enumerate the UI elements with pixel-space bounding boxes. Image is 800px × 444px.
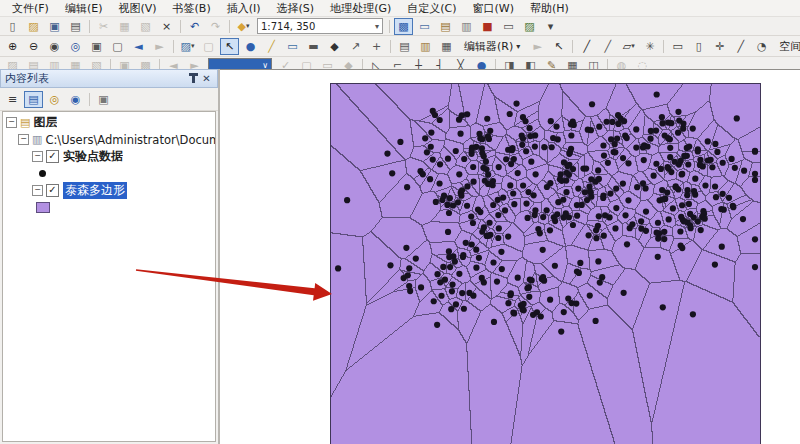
menu-customize[interactable]: 自定义(C) [399,0,464,17]
fixed-zoom-out-tool[interactable]: ▢ [108,38,127,55]
edit-sketch-tool: ► [528,38,547,55]
move-tool[interactable]: ✛ [710,38,729,55]
hyperlink-tool[interactable]: ╱ [262,38,281,55]
toolbar-separator [390,40,391,53]
zoom-out-tool[interactable]: ⊖ [24,38,43,55]
chevron-down-icon: ▾ [631,39,635,54]
modelbuilder-button[interactable]: ▨ [520,18,539,35]
collapse-icon[interactable]: − [32,151,43,162]
undo-button[interactable]: ↶ [185,18,204,35]
pan-tool[interactable]: ◉ [45,38,64,55]
python-window-button[interactable]: ▭ [499,18,518,35]
list-by-drawing-order-button[interactable]: ≡ [3,91,22,108]
menu-bookmarks[interactable]: 书签(B) [165,0,219,17]
split-tool[interactable]: ▭ [668,38,687,55]
find-tool[interactable]: ◆ [325,38,344,55]
menu-view[interactable]: 视图(V) [110,0,164,17]
trim-tool[interactable]: ▯ [689,38,708,55]
html-popup-tool[interactable]: ▭ [283,38,302,55]
spatial-adjustment-label: 空间校正(J) [779,39,800,54]
arcmap-window: 文件(F)编辑(E)视图(V)书签(B)插入(I)选择(S)地理处理(G)自定义… [0,0,800,444]
visibility-checkbox[interactable]: ✓ [46,184,59,197]
tree-item-layers[interactable]: − ▤ 图层 [3,114,215,131]
delete-button[interactable]: × [157,18,176,35]
menu-geoprocessing[interactable]: 地理处理(G) [322,0,399,17]
editor-menu-button[interactable]: 编辑器(R) ▾ [459,37,525,55]
menu-windows[interactable]: 窗口(W) [465,0,522,17]
catalog-dock-button[interactable]: ▥ [416,38,435,55]
toc-panel-title: 内容列表 [5,71,187,86]
visibility-checkbox[interactable]: ✓ [46,150,59,163]
open-document-button[interactable]: ▨ [24,18,43,35]
close-icon[interactable]: ✕ [200,72,213,85]
menu-insert[interactable]: 插入(I) [219,0,269,17]
toc-toolbar: ≡▤◎◉▣ [0,88,218,111]
toc-dock-button[interactable]: ▤ [395,38,414,55]
print-button[interactable]: ▤ [66,18,85,35]
catalog-window-button[interactable]: ▤ [436,18,455,35]
arctoolbox-button[interactable]: ■ [478,18,497,35]
main-area: 内容列表 ✕ ≡▤◎◉▣ − ▤ 图层 − ▥ C:\Users\Adminis… [0,69,800,444]
toolbar-separator [89,20,90,33]
menu-edit[interactable]: 编辑(E) [57,0,111,17]
toolbar-separator [572,40,573,53]
go-to-xy-tool[interactable]: + [367,38,386,55]
point-symbol[interactable] [39,170,46,177]
clear-selection-button: ▢ [199,38,218,55]
select-elements-tool[interactable]: ↖ [220,38,239,55]
save-button[interactable]: ▣ [45,18,64,35]
editor-toolbar-toggle[interactable]: ▩ [394,18,413,35]
toolbar-separator [173,40,174,53]
cut-polygon-tool[interactable]: ╱ [731,38,750,55]
find-route-tool[interactable]: ↗ [346,38,365,55]
fixed-zoom-in-tool[interactable]: ▣ [87,38,106,55]
zoom-in-tool[interactable]: ⊕ [3,38,22,55]
tools-toolbar: ⊕⊖◉◎▣▢◄►▨▾▢↖●╱▭▬◆↗+▤▥▦ 编辑器(R) ▾ ►↖╱╱▱▾✳▭… [0,36,800,57]
list-by-visibility-button[interactable]: ◎ [45,91,64,108]
chevron-down-icon: ▾ [191,39,195,54]
thiessen-polygon-map[interactable] [330,83,761,444]
tree-item-geodatabase[interactable]: − ▥ C:\Users\Administrator\Documents\Arc… [3,131,215,148]
menu-selection[interactable]: 选择(S) [269,0,323,17]
tree-item-polygon-layer[interactable]: − ✓ 泰森多边形 [3,182,215,199]
toc-options-button[interactable]: ▣ [94,91,113,108]
search-window-button[interactable]: ▥ [457,18,476,35]
identify-tool[interactable]: ● [241,38,260,55]
collapse-icon[interactable]: − [32,185,43,196]
standard-overflow-button[interactable]: ▾ [541,18,560,35]
rotate-tool[interactable]: ◔ [752,38,771,55]
chevron-down-icon: ▾ [516,42,520,51]
edit-arrow-tool[interactable]: ↖ [549,38,568,55]
map-document-area[interactable] [220,69,800,444]
measure-tool[interactable]: ▬ [304,38,323,55]
menu-help[interactable]: 帮助(H) [522,0,577,17]
new-document-button[interactable]: ▯ [3,18,22,35]
polygon-layer-label: 泰森多边形 [63,182,127,199]
create-shape-tool[interactable]: ▱▾ [619,38,638,55]
menu-file[interactable]: 文件(F) [4,0,57,17]
copy-button: ▦ [115,18,134,35]
tree-item-point-layer[interactable]: − ✓ 实验点数据 [3,148,215,165]
toc-panel-header: 内容列表 ✕ [0,69,218,88]
full-extent-tool[interactable]: ◎ [66,38,85,55]
standard-toolbar: ▯▨▣▤✂▦▧×↶↷◆▾ 1:714, 350 ▾ ▩▭▤▥■▭▨▾ [0,17,800,36]
previous-extent-tool[interactable]: ◄ [129,38,148,55]
collapse-icon[interactable]: − [18,134,29,145]
collapse-icon[interactable]: − [6,117,17,128]
create-curve-tool[interactable]: ╱ [598,38,617,55]
select-features-tool[interactable]: ▨▾ [178,38,197,55]
scale-combobox[interactable]: 1:714, 350 ▾ [257,18,383,34]
geodatabase-icon: ▥ [32,133,42,146]
spatial-adjustment-menu-button[interactable]: 空间校正(J) ▾ [774,37,800,55]
scale-value: 1:714, 350 [261,21,315,32]
polygon-symbol[interactable] [36,202,50,213]
cut-button: ✂ [94,18,113,35]
create-line-tool[interactable]: ╱ [577,38,596,55]
pin-icon[interactable] [187,72,200,85]
snap-tool[interactable]: ✳ [640,38,659,55]
search-dock-button[interactable]: ▦ [437,38,456,55]
add-data-button[interactable]: ◆▾ [234,18,253,35]
list-by-source-button[interactable]: ▤ [24,91,43,108]
list-by-selection-button[interactable]: ◉ [66,91,85,108]
table-of-contents-button[interactable]: ▭ [415,18,434,35]
